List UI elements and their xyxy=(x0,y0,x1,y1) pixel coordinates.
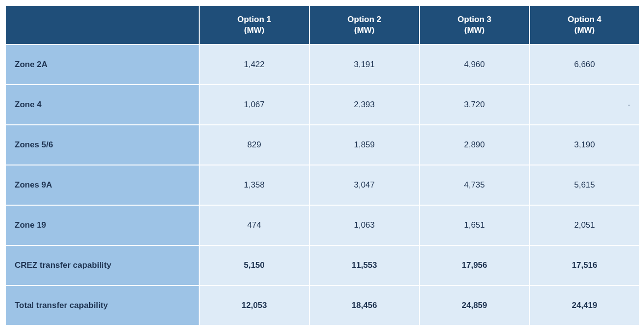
cell-value: 6,660 xyxy=(529,45,640,85)
cell-value: 2,051 xyxy=(529,205,640,245)
cell-value: - xyxy=(529,85,640,125)
cell-value: 2,393 xyxy=(309,85,419,125)
table-row: CREZ transfer capability 5,150 11,553 17… xyxy=(5,245,640,285)
cell-value: 24,419 xyxy=(529,285,640,326)
cell-value: 18,456 xyxy=(309,285,419,326)
cell-value: 4,735 xyxy=(419,165,529,205)
cell-value: 3,720 xyxy=(419,85,529,125)
table-row: Zones 5/6 829 1,859 2,890 3,190 xyxy=(5,125,640,165)
capability-table: Option 1(MW) Option 2(MW) Option 3(MW) O… xyxy=(5,5,640,326)
cell-value: 1,651 xyxy=(419,205,529,245)
cell-value: 24,859 xyxy=(419,285,529,326)
cell-value: 474 xyxy=(199,205,309,245)
table-row: Zone 19 474 1,063 1,651 2,051 xyxy=(5,205,640,245)
row-label: Total transfer capability xyxy=(5,285,199,326)
cell-value: 1,358 xyxy=(199,165,309,205)
row-label: CREZ transfer capability xyxy=(5,245,199,285)
row-label: Zone 2A xyxy=(5,45,199,85)
row-label: Zones 9A xyxy=(5,165,199,205)
cell-value: 1,067 xyxy=(199,85,309,125)
table-row: Zone 4 1,067 2,393 3,720 - xyxy=(5,85,640,125)
cell-value: 12,053 xyxy=(199,285,309,326)
table-row: Zone 2A 1,422 3,191 4,960 6,660 xyxy=(5,45,640,85)
header-option-1: Option 1(MW) xyxy=(199,5,309,45)
header-blank xyxy=(5,5,199,45)
cell-value: 11,553 xyxy=(309,245,419,285)
cell-value: 3,190 xyxy=(529,125,640,165)
cell-value: 829 xyxy=(199,125,309,165)
header-option-4: Option 4(MW) xyxy=(529,5,640,45)
cell-value: 5,150 xyxy=(199,245,309,285)
row-label: Zones 5/6 xyxy=(5,125,199,165)
cell-value: 2,890 xyxy=(419,125,529,165)
cell-value: 3,191 xyxy=(309,45,419,85)
row-label: Zone 4 xyxy=(5,85,199,125)
header-option-2: Option 2(MW) xyxy=(309,5,419,45)
row-label: Zone 19 xyxy=(5,205,199,245)
table-row: Zones 9A 1,358 3,047 4,735 5,615 xyxy=(5,165,640,205)
cell-value: 1,063 xyxy=(309,205,419,245)
cell-value: 17,516 xyxy=(529,245,640,285)
header-option-3: Option 3(MW) xyxy=(419,5,529,45)
cell-value: 5,615 xyxy=(529,165,640,205)
cell-value: 17,956 xyxy=(419,245,529,285)
header-row: Option 1(MW) Option 2(MW) Option 3(MW) O… xyxy=(5,5,640,45)
cell-value: 1,859 xyxy=(309,125,419,165)
table-row: Total transfer capability 12,053 18,456 … xyxy=(5,285,640,326)
cell-value: 3,047 xyxy=(309,165,419,205)
cell-value: 1,422 xyxy=(199,45,309,85)
cell-value: 4,960 xyxy=(419,45,529,85)
